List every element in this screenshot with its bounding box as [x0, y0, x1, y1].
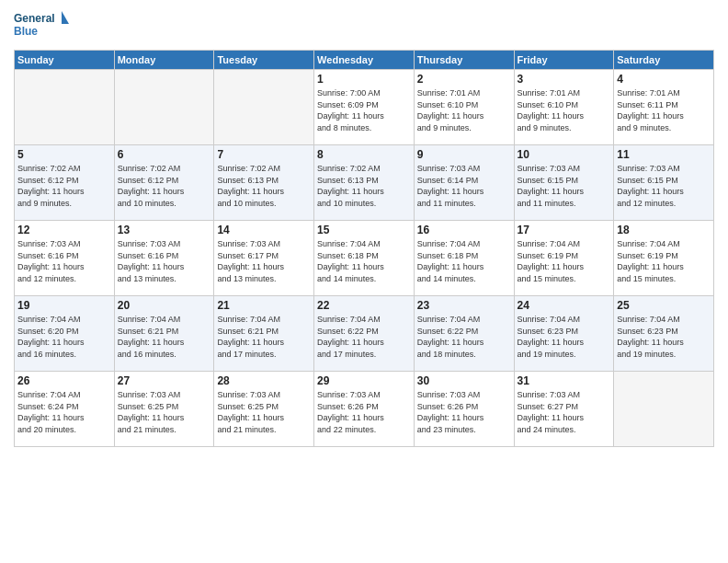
- header-row: SundayMondayTuesdayWednesdayThursdayFrid…: [15, 51, 714, 70]
- day-info: Sunrise: 7:03 AM Sunset: 6:25 PM Dayligh…: [217, 389, 311, 435]
- calendar-cell: 22Sunrise: 7:04 AM Sunset: 6:22 PM Dayli…: [314, 296, 415, 372]
- logo-icon: General Blue: [14, 9, 69, 42]
- day-info: Sunrise: 7:03 AM Sunset: 6:15 PM Dayligh…: [617, 163, 711, 209]
- day-number: 22: [317, 299, 411, 312]
- calendar-cell: 2Sunrise: 7:01 AM Sunset: 6:10 PM Daylig…: [414, 70, 514, 145]
- calendar-cell: 3Sunrise: 7:01 AM Sunset: 6:10 PM Daylig…: [514, 70, 614, 145]
- day-info: Sunrise: 7:04 AM Sunset: 6:21 PM Dayligh…: [118, 314, 211, 360]
- day-number: 3: [518, 73, 611, 86]
- calendar-cell: 23Sunrise: 7:04 AM Sunset: 6:22 PM Dayli…: [414, 296, 514, 372]
- day-info: Sunrise: 7:04 AM Sunset: 6:21 PM Dayligh…: [217, 314, 311, 360]
- day-info: Sunrise: 7:00 AM Sunset: 6:09 PM Dayligh…: [317, 87, 411, 133]
- calendar-cell: 5Sunrise: 7:02 AM Sunset: 6:12 PM Daylig…: [15, 145, 115, 221]
- calendar-cell: 12Sunrise: 7:03 AM Sunset: 6:16 PM Dayli…: [15, 221, 115, 296]
- calendar-cell: 1Sunrise: 7:00 AM Sunset: 6:09 PM Daylig…: [314, 70, 415, 145]
- calendar-cell: 11Sunrise: 7:03 AM Sunset: 6:15 PM Dayli…: [614, 145, 714, 221]
- day-info: Sunrise: 7:04 AM Sunset: 6:24 PM Dayligh…: [17, 389, 111, 435]
- calendar-cell: [614, 372, 714, 447]
- calendar-week: 19Sunrise: 7:04 AM Sunset: 6:20 PM Dayli…: [15, 296, 714, 372]
- day-number: 13: [118, 224, 211, 236]
- calendar-week: 26Sunrise: 7:04 AM Sunset: 6:24 PM Dayli…: [15, 372, 714, 447]
- day-number: 12: [17, 224, 111, 236]
- calendar-cell: 28Sunrise: 7:03 AM Sunset: 6:25 PM Dayli…: [214, 372, 314, 447]
- day-info: Sunrise: 7:04 AM Sunset: 6:23 PM Dayligh…: [518, 314, 611, 360]
- day-info: Sunrise: 7:03 AM Sunset: 6:17 PM Dayligh…: [217, 238, 311, 284]
- calendar-cell: 26Sunrise: 7:04 AM Sunset: 6:24 PM Dayli…: [15, 372, 115, 447]
- day-info: Sunrise: 7:02 AM Sunset: 6:13 PM Dayligh…: [217, 163, 311, 209]
- day-info: Sunrise: 7:02 AM Sunset: 6:12 PM Dayligh…: [118, 163, 211, 209]
- calendar-cell: [114, 70, 214, 145]
- day-header: Monday: [114, 51, 214, 70]
- day-info: Sunrise: 7:04 AM Sunset: 6:19 PM Dayligh…: [518, 238, 611, 284]
- calendar: SundayMondayTuesdayWednesdayThursdayFrid…: [14, 50, 714, 447]
- day-header: Friday: [514, 51, 614, 70]
- svg-text:General: General: [14, 12, 55, 25]
- page: General Blue SundayMondayTuesdayWednesda…: [0, 0, 728, 563]
- calendar-cell: 7Sunrise: 7:02 AM Sunset: 6:13 PM Daylig…: [214, 145, 314, 221]
- day-number: 8: [317, 148, 411, 161]
- day-header: Sunday: [15, 51, 115, 70]
- calendar-cell: 8Sunrise: 7:02 AM Sunset: 6:13 PM Daylig…: [314, 145, 415, 221]
- day-header: Wednesday: [314, 51, 415, 70]
- day-number: 5: [17, 148, 111, 161]
- day-header: Thursday: [414, 51, 514, 70]
- day-info: Sunrise: 7:02 AM Sunset: 6:12 PM Dayligh…: [17, 163, 111, 209]
- day-number: 10: [518, 148, 611, 161]
- calendar-cell: 29Sunrise: 7:03 AM Sunset: 6:26 PM Dayli…: [314, 372, 415, 447]
- day-number: 19: [17, 299, 111, 312]
- day-info: Sunrise: 7:04 AM Sunset: 6:18 PM Dayligh…: [317, 238, 411, 284]
- calendar-cell: 20Sunrise: 7:04 AM Sunset: 6:21 PM Dayli…: [114, 296, 214, 372]
- calendar-cell: 9Sunrise: 7:03 AM Sunset: 6:14 PM Daylig…: [414, 145, 514, 221]
- day-info: Sunrise: 7:04 AM Sunset: 6:20 PM Dayligh…: [17, 314, 111, 360]
- day-number: 21: [217, 299, 311, 312]
- day-number: 15: [317, 224, 411, 236]
- calendar-cell: 14Sunrise: 7:03 AM Sunset: 6:17 PM Dayli…: [214, 221, 314, 296]
- day-info: Sunrise: 7:04 AM Sunset: 6:19 PM Dayligh…: [617, 238, 711, 284]
- day-number: 7: [217, 148, 311, 161]
- day-info: Sunrise: 7:01 AM Sunset: 6:10 PM Dayligh…: [518, 87, 611, 133]
- day-info: Sunrise: 7:04 AM Sunset: 6:23 PM Dayligh…: [617, 314, 711, 360]
- calendar-cell: 27Sunrise: 7:03 AM Sunset: 6:25 PM Dayli…: [114, 372, 214, 447]
- day-number: 11: [617, 148, 711, 161]
- calendar-cell: 4Sunrise: 7:01 AM Sunset: 6:11 PM Daylig…: [614, 70, 714, 145]
- day-number: 6: [118, 148, 211, 161]
- day-number: 9: [417, 148, 511, 161]
- day-info: Sunrise: 7:01 AM Sunset: 6:11 PM Dayligh…: [617, 87, 711, 133]
- day-info: Sunrise: 7:01 AM Sunset: 6:10 PM Dayligh…: [417, 87, 511, 133]
- day-info: Sunrise: 7:03 AM Sunset: 6:25 PM Dayligh…: [118, 389, 211, 435]
- day-info: Sunrise: 7:03 AM Sunset: 6:26 PM Dayligh…: [417, 389, 511, 435]
- day-number: 4: [617, 73, 711, 86]
- calendar-cell: 6Sunrise: 7:02 AM Sunset: 6:12 PM Daylig…: [114, 145, 214, 221]
- header: General Blue: [14, 9, 714, 42]
- day-number: 17: [518, 224, 611, 236]
- svg-text:Blue: Blue: [14, 25, 38, 38]
- day-info: Sunrise: 7:02 AM Sunset: 6:13 PM Dayligh…: [317, 163, 411, 209]
- day-info: Sunrise: 7:03 AM Sunset: 6:16 PM Dayligh…: [17, 238, 111, 284]
- day-number: 16: [417, 224, 511, 236]
- day-number: 26: [17, 374, 111, 387]
- day-number: 29: [317, 374, 411, 387]
- day-number: 20: [118, 299, 211, 312]
- day-header: Tuesday: [214, 51, 314, 70]
- calendar-cell: 13Sunrise: 7:03 AM Sunset: 6:16 PM Dayli…: [114, 221, 214, 296]
- calendar-cell: [214, 70, 314, 145]
- day-info: Sunrise: 7:04 AM Sunset: 6:22 PM Dayligh…: [317, 314, 411, 360]
- day-number: 2: [417, 73, 511, 86]
- calendar-cell: 25Sunrise: 7:04 AM Sunset: 6:23 PM Dayli…: [614, 296, 714, 372]
- day-info: Sunrise: 7:04 AM Sunset: 6:18 PM Dayligh…: [417, 238, 511, 284]
- day-number: 30: [417, 374, 511, 387]
- day-number: 23: [417, 299, 511, 312]
- calendar-cell: 19Sunrise: 7:04 AM Sunset: 6:20 PM Dayli…: [15, 296, 115, 372]
- calendar-week: 1Sunrise: 7:00 AM Sunset: 6:09 PM Daylig…: [15, 70, 714, 145]
- day-header: Saturday: [614, 51, 714, 70]
- day-number: 18: [617, 224, 711, 236]
- day-number: 31: [518, 374, 611, 387]
- day-number: 24: [518, 299, 611, 312]
- day-number: 1: [317, 73, 411, 86]
- svg-marker-2: [62, 11, 69, 24]
- calendar-cell: 21Sunrise: 7:04 AM Sunset: 6:21 PM Dayli…: [214, 296, 314, 372]
- day-info: Sunrise: 7:04 AM Sunset: 6:22 PM Dayligh…: [417, 314, 511, 360]
- day-number: 28: [217, 374, 311, 387]
- calendar-cell: 15Sunrise: 7:04 AM Sunset: 6:18 PM Dayli…: [314, 221, 415, 296]
- calendar-cell: 30Sunrise: 7:03 AM Sunset: 6:26 PM Dayli…: [414, 372, 514, 447]
